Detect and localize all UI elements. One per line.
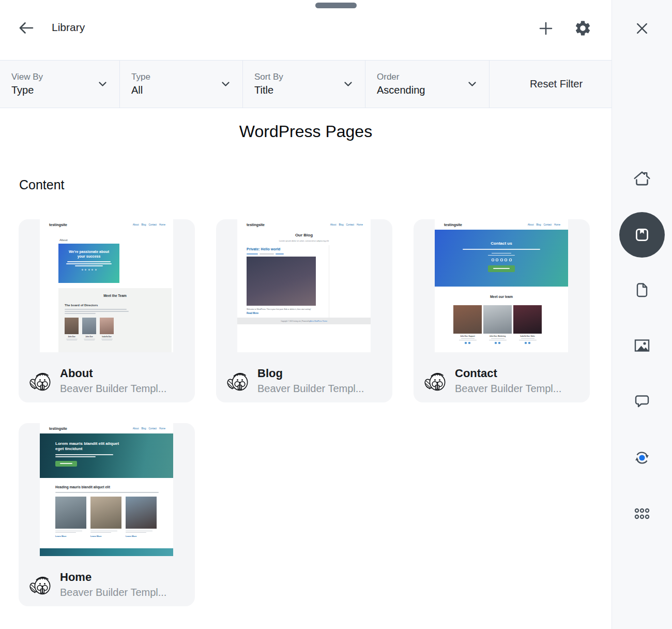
card-subtitle: Beaver Builder Templ... — [455, 383, 561, 395]
filter-type[interactable]: Type All — [120, 61, 243, 108]
team-photo — [82, 318, 96, 334]
thumb-nav: About Blog Contact Home — [133, 427, 165, 430]
beaver-builder-logo-icon — [29, 368, 52, 393]
plus-icon — [537, 20, 555, 37]
text-line — [102, 340, 112, 340]
thumb-nav: About Blog Contact Home — [133, 223, 165, 226]
text-line — [84, 340, 95, 340]
close-button[interactable] — [634, 20, 650, 37]
thumb-page-label: About — [59, 238, 68, 242]
team-name: John Doe — [82, 336, 96, 338]
sidebar-item-comments[interactable] — [630, 389, 654, 414]
thumb-nav-link: About — [133, 223, 139, 226]
text-line — [488, 255, 515, 256]
saved-templates-icon — [633, 226, 651, 244]
thumb-hero-heading: Lorem mauris blandit elit aliquet eget t… — [55, 441, 173, 451]
sidebar-item-home[interactable] — [630, 167, 654, 192]
team-name: John Doe — [65, 336, 79, 338]
text-line — [66, 339, 78, 339]
team-name: John Doe, Marketing — [483, 335, 512, 337]
text-line — [55, 531, 82, 531]
text-line — [459, 340, 477, 340]
team-photos — [65, 318, 172, 334]
reset-filter-button[interactable]: Reset Filter — [490, 61, 612, 108]
thumb-nav-link: Contact — [346, 223, 354, 226]
template-card-contact[interactable]: testingsite About Blog Contact Home Cont… — [414, 219, 590, 402]
team-name: Isabella Doe, Sales — [513, 335, 542, 337]
text-line — [461, 338, 475, 339]
text-line — [463, 249, 540, 250]
thumb-header: testingsite About Blog Contact Home — [237, 219, 371, 230]
text-line — [247, 253, 258, 254]
feature-photo — [55, 497, 86, 529]
add-button[interactable] — [537, 20, 555, 37]
text-line — [55, 532, 76, 533]
thumb-nav-link: Home — [554, 223, 560, 226]
panel-title: Library — [52, 21, 85, 34]
sidebar-item-media[interactable] — [630, 333, 654, 358]
chevron-down-icon — [98, 80, 107, 89]
chevron-down-icon — [468, 80, 477, 89]
template-thumbnail: testingsite About Blog Contact Home Our … — [237, 219, 371, 352]
text-line — [101, 339, 113, 339]
team-photo — [65, 318, 79, 334]
thumb-header: testingsite About Blog Contact Home — [435, 219, 568, 230]
card-title: Blog — [257, 367, 364, 380]
hero-line: Lorem mauris blandit elit aliquet — [55, 441, 173, 446]
text-line — [90, 532, 111, 533]
card-meta: Blog Beaver Builder Templ... — [226, 367, 364, 395]
thumb-divider — [329, 245, 329, 318]
feature-photo — [126, 497, 157, 529]
text-line — [276, 253, 284, 254]
card-meta: About Beaver Builder Templ... — [29, 367, 166, 395]
sidebar-item-apps[interactable] — [630, 501, 654, 526]
template-card-blog[interactable]: testingsite About Blog Contact Home Our … — [216, 219, 392, 402]
thumb-button — [488, 265, 515, 272]
page-title: WordPress Pages — [0, 122, 612, 141]
sidebar-item-sync[interactable] — [630, 445, 654, 470]
filter-view-by[interactable]: View By Type — [0, 61, 120, 108]
sidebar-item-pages[interactable] — [630, 278, 654, 303]
text-line — [65, 311, 129, 312]
text-line — [519, 340, 537, 340]
text-line — [493, 268, 510, 269]
section-title: Content — [19, 177, 65, 192]
right-sidebar — [612, 0, 672, 629]
home-icon — [632, 170, 652, 189]
filter-sort-by[interactable]: Sort By Title — [243, 61, 365, 108]
back-button[interactable] — [17, 19, 37, 38]
thumb-nav-link: Contact — [148, 223, 157, 226]
template-card-about[interactable]: testingsite About Blog Contact Home Abou… — [19, 219, 195, 402]
thumb-nav: About Blog Contact Home — [330, 223, 363, 226]
feature-captions: Learn More Learn More Learn More — [55, 531, 157, 537]
thumb-hero: Lorem mauris blandit elit aliquet eget t… — [40, 433, 173, 478]
filter-order[interactable]: Order Ascending — [365, 61, 490, 108]
thumb-learn-more-link: Learn More — [90, 535, 121, 537]
thumb-hero-heading: We're passionate about your success — [58, 250, 119, 259]
thumb-page-subtitle: Lorem ipsum dolor sit amet, consectetur … — [237, 239, 371, 242]
template-card-home[interactable]: testingsite About Blog Contact Home Lore… — [19, 423, 195, 606]
template-grid: testingsite About Blog Contact Home Abou… — [19, 219, 590, 606]
beaver-builder-logo-icon — [424, 368, 447, 393]
card-meta: Home Beaver Builder Templ... — [29, 571, 166, 598]
text-line — [126, 531, 152, 531]
text-line — [84, 339, 95, 339]
library-panel: Library View By Type Type All Sort By Ti… — [0, 0, 612, 629]
text-line — [67, 261, 111, 262]
thumb-site-name: testingsite — [49, 427, 67, 430]
beaver-builder-logo-icon — [226, 368, 250, 393]
thumb-nav-link: About — [528, 223, 534, 226]
sidebar-item-saved-templates[interactable] — [619, 212, 665, 258]
card-title: Contact — [455, 367, 561, 380]
thumb-hero: We're passionate about your success — [58, 244, 119, 283]
thumb-nav-link: Blog — [339, 223, 343, 226]
team-photos — [453, 305, 542, 334]
thumb-team-section: Meet the Team The board of Directors Joh… — [58, 288, 172, 352]
text-line — [55, 454, 113, 455]
thumb-learn-more-link: Learn More — [126, 535, 157, 537]
chevron-down-icon — [221, 80, 230, 89]
thumb-footer: Copyright © 2022 testing site | Powered … — [237, 318, 371, 324]
card-meta: Contact Beaver Builder Templ... — [424, 367, 561, 395]
settings-button[interactable] — [574, 19, 592, 37]
window-drag-handle[interactable] — [315, 3, 357, 8]
